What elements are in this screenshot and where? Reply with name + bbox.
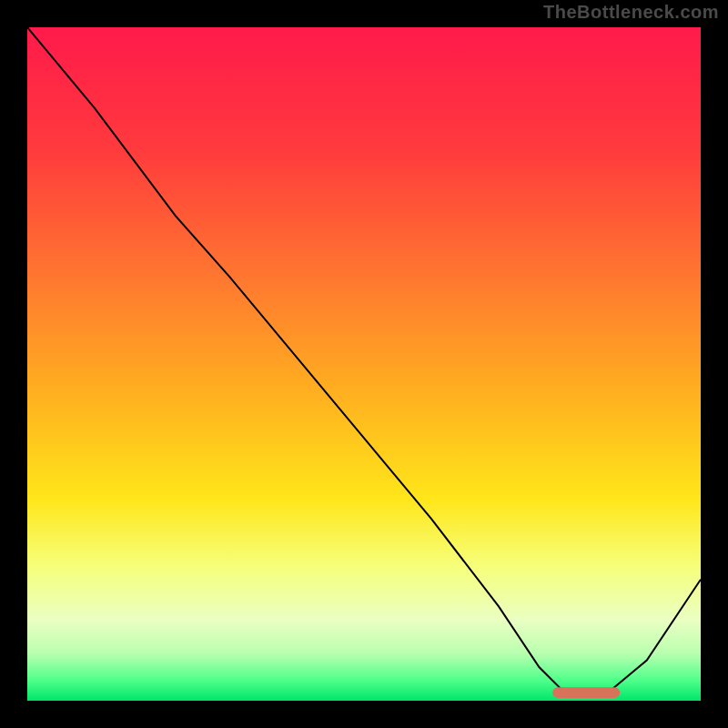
plot-area — [27, 27, 701, 701]
chart-frame: TheBottleneck.com — [0, 0, 728, 728]
watermark-text: TheBottleneck.com — [543, 2, 719, 23]
gradient-fill — [27, 27, 701, 701]
optimal-range-marker — [552, 687, 620, 698]
chart-svg — [27, 27, 701, 701]
